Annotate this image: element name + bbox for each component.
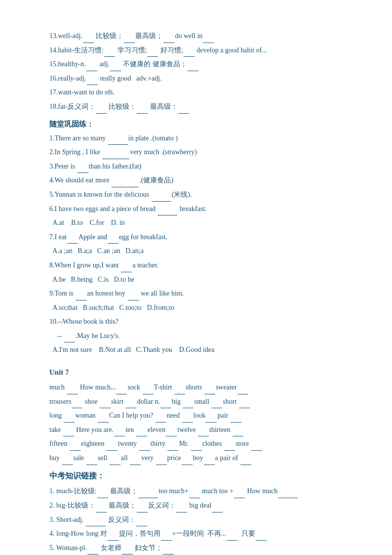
practice-3: 3.Peter is than his father.(fat) [49, 160, 353, 173]
line-16: 16.really-adj. really good adv.+adj. [49, 72, 353, 85]
unit7-words-2: trousers shoe skirt dollar n.big small s… [49, 395, 353, 409]
word-study-section: 13.well-adj. 比较级；最高级；do well in 14.habit… [49, 30, 353, 114]
practice-section: 随堂巩固练： 1.There are so many in plate .(to… [49, 118, 353, 357]
line-13: 13.well-adj. 比较级；最高级；do well in [49, 30, 353, 43]
zhongkao-5: 5. Woman-pl. 女老师 妇女节； [49, 542, 353, 555]
zhongkao-2: 2. big-比较级： 最高级；反义词： big deal [49, 499, 353, 512]
unit7-words-5: fifteen eighteen twenty thirty Mr. cloth… [49, 437, 353, 451]
practice-6: 6.I have two eggs and a piece of bread b… [49, 203, 353, 216]
practice-7: 7.I eatApple andegg for breakfast. [49, 231, 353, 244]
options-9: A.so;that B.such;that C.too;to D.from;to [49, 301, 353, 315]
line-15: 15.healthy-n. adj. 不健康的 健康食品； [49, 58, 353, 71]
unit7-words-6: buy sale sell all very priceboya pair of [49, 452, 353, 465]
practice-title: 随堂巩固练： [49, 118, 353, 131]
practice-1: 1.There are so many in plate .(tomato ) [49, 132, 353, 145]
unit7-words-1: much How much...sock T-shirt shorts swea… [49, 381, 353, 394]
line-18: 18.fat-反义词： 比较级： 最高级： [49, 100, 353, 114]
practice-10b: -- .May be Lucy's. [57, 330, 353, 343]
unit7-title: Unit 7 [49, 366, 353, 379]
zhongkao-title: 中考知识链接： [49, 469, 353, 483]
practice-10: 10.--Whose book is this? [49, 315, 353, 329]
zhongkao-4: 4. long-How long 对提问，答句用+一段时间 不再... 只要 [49, 527, 353, 541]
practice-2: 2.In Spring , I like very much .(strawbe… [49, 146, 353, 159]
options-6: A.at B.to C.for D. in [49, 216, 353, 230]
line-14: 14.habit-生活习惯: 学习习惯; 好习惯; develop a good… [49, 44, 353, 57]
unit7-words-3: long woman Can I help you? need lookpair [49, 409, 353, 423]
page-content: 13.well-adj. 比较级；最高级；do well in 14.habit… [49, 30, 353, 555]
zhongkao-3: 3. Short-adj. 反义词： [49, 513, 353, 527]
practice-8: 8.When I grow up,I want a teacher. [49, 259, 353, 272]
unit7-section: Unit 7 much How much...sock T-shirt shor… [49, 366, 353, 465]
options-10: A.I'm not sure B.Not at all C.Thank you … [49, 343, 353, 357]
practice-5: 5.Yunnan is known for the delicious (米线)… [49, 188, 353, 202]
zhongkao-section: 中考知识链接： 1. much-比较级: 最高级；too much+ much … [49, 469, 353, 555]
options-7: A.a ;an B.a;a C.an ;an D.an;a [49, 245, 353, 258]
zhongkao-1: 1. much-比较级: 最高级；too much+ much too + Ho… [49, 485, 353, 498]
practice-4: 4.We should eat more .(健康食品) [49, 174, 353, 187]
options-8: A.be B.being C.is D.to be [49, 273, 353, 287]
line-17: 17.want-want to do sth. [49, 86, 353, 99]
practice-9: 9.Tom is an honest boy we all like him. [49, 287, 353, 300]
unit7-words-4: take Here you are.ten eleventwelve thirt… [49, 424, 353, 437]
